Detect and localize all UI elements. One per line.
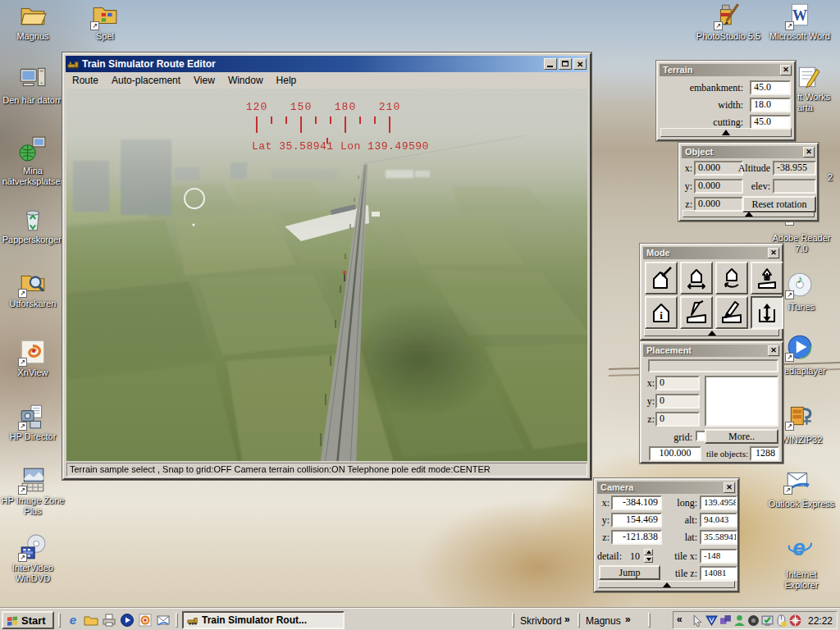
toolbar-skrivbord[interactable]: Skrivbord bbox=[520, 615, 562, 627]
windvd-icon[interactable]: ↗ bbox=[19, 533, 47, 561]
mediaplayer-icon[interactable]: ↗ bbox=[786, 333, 814, 361]
camera-palette-titlebar[interactable]: Camera bbox=[597, 482, 736, 494]
icon-label[interactable]: InterVideo WinDVD bbox=[0, 563, 66, 584]
mode-select-object[interactable] bbox=[645, 262, 678, 294]
close-button[interactable]: ✕ bbox=[573, 58, 587, 70]
tray-pointer-icon[interactable] bbox=[692, 614, 704, 627]
collapse-bar[interactable] bbox=[598, 581, 735, 588]
quicklaunch-xnview-icon[interactable] bbox=[138, 613, 153, 628]
toolbar-handle[interactable] bbox=[176, 613, 178, 628]
detail-spinner-down[interactable] bbox=[644, 556, 653, 563]
outlook-express-icon[interactable]: ↗ bbox=[784, 466, 812, 494]
icon-label[interactable]: XnView bbox=[0, 368, 66, 378]
mode-terrain-paint[interactable] bbox=[715, 296, 748, 329]
menu-help[interactable]: Help bbox=[270, 73, 304, 89]
mode-terrain-raise-lower[interactable] bbox=[751, 296, 783, 329]
mode-terrain-cut[interactable] bbox=[680, 296, 713, 329]
terrain-palette-titlebar[interactable]: Terrain bbox=[660, 64, 792, 76]
mode-move-object[interactable] bbox=[680, 262, 713, 294]
tray-overflow-chevron[interactable]: « bbox=[677, 614, 682, 625]
quicklaunch-folder-icon[interactable] bbox=[84, 613, 98, 628]
tray-mouse-icon[interactable] bbox=[775, 614, 788, 627]
tray-antivirus-icon[interactable] bbox=[705, 614, 718, 627]
more-button[interactable]: More.. bbox=[705, 429, 778, 444]
icon-label[interactable]: Spel bbox=[74, 31, 136, 42]
icon-label[interactable]: PhotoStudio 5.5 bbox=[692, 31, 765, 42]
placement-x-field[interactable]: 0 bbox=[655, 376, 700, 390]
close-icon[interactable]: ✕ bbox=[780, 65, 792, 75]
hp-image-zone-icon[interactable]: ↗ bbox=[19, 466, 47, 494]
toolbar-handle[interactable] bbox=[58, 613, 61, 628]
maximize-button[interactable] bbox=[559, 58, 572, 70]
toolbar-chevron[interactable]: » bbox=[625, 614, 631, 625]
internet-explorer-icon[interactable]: e bbox=[786, 533, 814, 561]
icon-label[interactable]: Papperskorgen bbox=[0, 235, 66, 245]
lat-field[interactable]: 35.58941 bbox=[700, 530, 737, 545]
close-icon[interactable]: ✕ bbox=[768, 248, 779, 258]
icon-label[interactable]: Den här datorn bbox=[0, 95, 66, 106]
placement-z-field[interactable]: 0 bbox=[655, 412, 700, 427]
placement-palette-titlebar[interactable]: Placement bbox=[643, 345, 780, 357]
explorer-icon[interactable]: ↗ bbox=[19, 269, 47, 297]
tray-theme-icon[interactable] bbox=[719, 614, 732, 627]
icon-label[interactable]: Outlook Express bbox=[763, 499, 840, 509]
toolbar-handle[interactable] bbox=[512, 613, 514, 628]
icon-label[interactable]: Magnus bbox=[2, 31, 64, 42]
detail-spinner-up[interactable] bbox=[644, 549, 653, 555]
winzip-icon[interactable]: ↗ bbox=[786, 402, 814, 430]
collapse-bar[interactable] bbox=[644, 329, 779, 336]
close-icon[interactable]: ✕ bbox=[768, 345, 779, 356]
placement-y-field[interactable]: 0 bbox=[655, 394, 700, 409]
tile-x-field[interactable]: -148 bbox=[700, 549, 737, 564]
jump-button[interactable]: Jump bbox=[599, 565, 660, 580]
icon-label[interactable]: ft Works arta bbox=[797, 92, 840, 113]
scale-field[interactable]: 100.000 bbox=[649, 446, 701, 461]
close-icon[interactable]: ✕ bbox=[724, 482, 735, 493]
icon-label[interactable]: HP Director bbox=[0, 431, 66, 442]
icon-label[interactable]: Internet Explorer bbox=[767, 569, 836, 591]
embankment-field[interactable]: 45.0 bbox=[750, 80, 791, 95]
photostudio-icon[interactable]: ↗ bbox=[714, 2, 742, 30]
tile-z-field[interactable]: 14081 bbox=[700, 566, 737, 581]
toolbar-chevron[interactable]: » bbox=[564, 614, 570, 625]
camera-z-field[interactable]: -121.838 bbox=[611, 530, 662, 545]
menu-route[interactable]: Route bbox=[66, 73, 105, 89]
placement-name-field[interactable] bbox=[648, 359, 778, 372]
toolbar-handle[interactable] bbox=[648, 613, 651, 628]
toolbar-handle[interactable] bbox=[578, 613, 580, 628]
hp-director-icon[interactable]: ↗ bbox=[19, 402, 47, 430]
quicklaunch-media-player-icon[interactable] bbox=[120, 613, 135, 628]
spel-folder-icon[interactable]: ↗ bbox=[91, 2, 119, 30]
close-icon[interactable]: ✕ bbox=[803, 147, 815, 158]
menu-auto-placement[interactable]: Auto-placement bbox=[105, 73, 187, 89]
quicklaunch-internet-explorer-icon[interactable]: e bbox=[66, 613, 80, 628]
itunes-icon[interactable]: ♪↗ bbox=[786, 271, 814, 299]
route-3d-viewport[interactable]: 120 150 180 210 Lat 35.58941 Lon 139.495… bbox=[66, 89, 587, 461]
tray-messenger-icon[interactable] bbox=[733, 614, 746, 627]
quicklaunch-outlook-express-icon[interactable] bbox=[156, 613, 171, 628]
network-places-icon[interactable] bbox=[19, 135, 47, 162]
menu-window[interactable]: Window bbox=[221, 73, 270, 89]
menu-view[interactable]: View bbox=[187, 73, 221, 89]
toolbar-magnus[interactable]: Magnus bbox=[586, 615, 621, 627]
tray-volume-icon[interactable] bbox=[747, 614, 760, 627]
recycle-bin-icon[interactable] bbox=[19, 205, 47, 233]
object-palette-titlebar[interactable]: Object bbox=[682, 146, 815, 158]
icon-label[interactable]: HP Image Zone Plus bbox=[0, 495, 66, 517]
microsoft-word-icon[interactable]: W↗ bbox=[786, 2, 814, 30]
alt-field[interactable]: 94.043 bbox=[700, 513, 737, 527]
start-button[interactable]: Start bbox=[2, 611, 54, 629]
altitude-field[interactable]: -38.955 bbox=[773, 161, 816, 176]
placement-preview-box[interactable] bbox=[705, 376, 778, 427]
task-button-train-simulator[interactable]: Train Simulator Rout... bbox=[182, 611, 345, 629]
mode-palette-titlebar[interactable]: Mode bbox=[643, 247, 780, 259]
collapse-bar[interactable] bbox=[660, 128, 792, 137]
works-icon[interactable] bbox=[794, 64, 822, 92]
magnus-folder-icon[interactable] bbox=[19, 2, 47, 30]
xnview-icon[interactable]: ↗ bbox=[19, 338, 47, 366]
quicklaunch-printer-icon[interactable] bbox=[102, 613, 116, 628]
mode-rotate-object[interactable] bbox=[715, 262, 748, 294]
my-computer-icon[interactable] bbox=[19, 64, 47, 92]
camera-y-field[interactable]: 154.469 bbox=[611, 513, 662, 527]
minimize-button[interactable] bbox=[544, 58, 557, 70]
